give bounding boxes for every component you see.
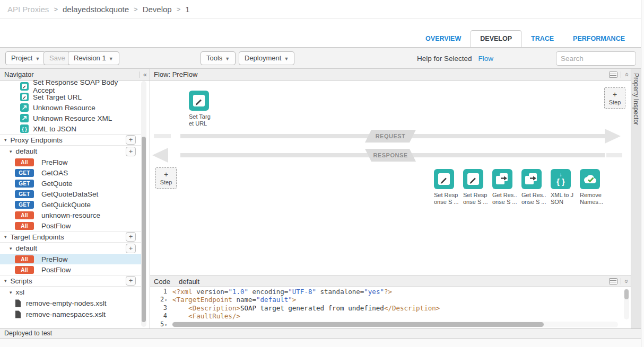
request-pipe-stub	[154, 134, 171, 138]
navigator-item-set-response-soap-body-accept[interactable]: Set Response SOAP Body Accept	[0, 81, 141, 92]
property-inspector-strip[interactable]: Property Inspector	[631, 69, 641, 328]
expand-caret-icon[interactable]: ▾	[10, 149, 12, 154]
fold-caret-icon[interactable]: ▾	[164, 298, 167, 302]
code-editor[interactable]: 1<?xml version="1.0" encoding="UTF-8" st…	[150, 288, 631, 328]
tab-develop[interactable]: DEVELOP	[471, 30, 521, 48]
code-horizontal-scrollbar[interactable]	[172, 322, 618, 327]
navigator-item-proxy-endpoints[interactable]: ▾Proxy Endpoints+	[0, 134, 141, 146]
item-label: Set Response SOAP Body Accept	[33, 78, 141, 94]
fold-caret-icon[interactable]: ▾	[164, 323, 167, 327]
save-button[interactable]: Save	[43, 51, 71, 65]
extract-variables-icon[interactable]	[521, 169, 542, 189]
tab-overview[interactable]: OVERVIEW	[416, 30, 471, 48]
flow-step-get-res-onse-s[interactable]: Get Res.. onse S ...	[492, 169, 512, 206]
assign-message-icon[interactable]	[463, 169, 483, 189]
navigator-item-postflow[interactable]: AllPostFlow	[0, 220, 141, 231]
navigator-item-getquote[interactable]: GETGetQuote	[0, 178, 141, 189]
add-step-button[interactable]: + Step	[155, 167, 177, 189]
navigator-item-xsl[interactable]: ▾xsl	[0, 287, 141, 298]
assign-message-icon[interactable]	[434, 169, 454, 189]
navigator-item-unknown-resource[interactable]: Allunknown-resource	[0, 210, 141, 220]
item-label: Target Endpoints	[11, 233, 64, 241]
assign-message-icon[interactable]	[189, 91, 209, 111]
method-badge: All	[15, 222, 34, 230]
expand-caret-icon[interactable]: ▾	[4, 278, 7, 283]
breadcrumb-proxy[interactable]: delayedstockquote	[63, 5, 129, 14]
navigator-item-default[interactable]: ▾default+	[0, 243, 141, 254]
flow-step-label: Set Resp onse S ...	[434, 192, 465, 206]
breadcrumb-develop[interactable]: Develop	[143, 5, 172, 14]
navigator-item-preflow[interactable]: AllPreFlow	[0, 157, 141, 167]
tab-performance[interactable]: PERFORMANCE	[563, 30, 634, 48]
navigator-item-target-endpoints[interactable]: ▾Target Endpoints+	[0, 231, 141, 243]
add-button[interactable]: +	[126, 147, 136, 156]
remove-namespaces-icon[interactable]	[580, 169, 600, 189]
expand-caret-icon[interactable]: ▾	[4, 137, 7, 143]
tab-trace[interactable]: TRACE	[521, 30, 563, 48]
scrollbar-thumb[interactable]	[624, 289, 629, 299]
navigator-item-getquotedataset[interactable]: GETGetQuoteDataSet	[0, 189, 141, 199]
resource-icon	[20, 114, 29, 122]
code-panel-title: Code	[154, 278, 170, 286]
collapse-panel-icon[interactable]: «	[143, 70, 147, 78]
panel-layout-icon[interactable]	[609, 278, 617, 284]
add-button[interactable]: +	[126, 276, 136, 286]
search-input[interactable]	[556, 51, 636, 66]
flow-step-set-target-url[interactable]: Set Targ et URL	[189, 91, 221, 127]
navigator-item-preflow[interactable]: AllPreFlow	[0, 254, 141, 264]
navigator-item-unknown-resource[interactable]: Unknown Resource	[0, 102, 141, 113]
navigator-item-remove-namespaces-xslt[interactable]: remove-namespaces.xslt	[0, 309, 141, 320]
code-line-4[interactable]: 4 <FaultRules/>	[150, 312, 631, 320]
tools-menu-button[interactable]: Tools▼	[201, 51, 236, 65]
flow-canvas: Set Targ et URL + Step REQUEST RESPONSE	[150, 81, 631, 275]
code-line-2[interactable]: 2▾<TargetEndpoint name="default">	[150, 296, 631, 304]
chevron-down-icon: ▼	[35, 56, 40, 61]
navigator-scrollbar[interactable]	[141, 81, 146, 327]
project-menu-button[interactable]: Project▼	[5, 51, 46, 65]
item-label: PreFlow	[41, 255, 68, 263]
navigator-item-xml-to-json[interactable]: { }XML to JSON	[0, 123, 141, 134]
flow-step-set-resp-onse-s[interactable]: Set Resp onse S ...	[434, 169, 454, 206]
help-flow-link[interactable]: Flow	[478, 55, 494, 63]
navigator-item-getquickquote[interactable]: GETGetQuickQuote	[0, 199, 141, 210]
xml-to-json-icon[interactable]: ↓{ }	[551, 169, 571, 189]
expand-caret-icon[interactable]: ▾	[4, 234, 7, 239]
code-text: <FaultRules/>	[169, 312, 240, 320]
navigator-item-unknown-resource-xml[interactable]: Unknown Resource XML	[0, 113, 141, 123]
extract-variables-icon[interactable]	[492, 169, 512, 189]
expand-caret-icon[interactable]: ▾	[10, 246, 12, 251]
flow-step-xml-to-j-son[interactable]: ↓{ }XML to J SON	[551, 169, 571, 206]
navigator-item-getoas[interactable]: GETGetOAS	[0, 167, 141, 178]
collapse-down-icon[interactable]: »	[623, 279, 629, 283]
line-number: 5▾	[150, 321, 169, 328]
code-vertical-scrollbar[interactable]	[624, 289, 629, 319]
navigator-item-default[interactable]: ▾default+	[0, 146, 141, 157]
collapse-up-icon[interactable]: »	[623, 73, 629, 76]
revision-menu-button[interactable]: Revision 1▼	[68, 51, 119, 65]
breadcrumb-root[interactable]: API Proxies	[7, 5, 49, 14]
navigator-item-scripts[interactable]: ▾Scripts+	[0, 275, 141, 287]
flow-step-remove-names[interactable]: Remove Names...	[580, 169, 600, 206]
request-arrow-icon	[605, 129, 621, 144]
navigator-item-postflow[interactable]: AllPostFlow	[0, 264, 141, 275]
scrollbar-thumb[interactable]	[172, 322, 544, 327]
code-line-1[interactable]: 1<?xml version="1.0" encoding="UTF-8" st…	[150, 288, 631, 296]
panel-layout-icon[interactable]	[609, 72, 617, 78]
expand-caret-icon[interactable]: ▾	[10, 290, 12, 295]
item-label: GetOAS	[41, 169, 68, 177]
breadcrumb-separator: >	[54, 5, 58, 13]
navigator-item-remove-empty-nodes-xslt[interactable]: remove-empty-nodes.xslt	[0, 298, 141, 309]
add-button[interactable]: +	[126, 244, 136, 253]
method-badge: GET	[15, 201, 34, 209]
add-button[interactable]: +	[126, 232, 136, 242]
add-step-button[interactable]: + Step	[604, 87, 625, 109]
deployment-status: Deployed to test	[4, 330, 52, 337]
breadcrumb-revision[interactable]: 1	[185, 5, 189, 14]
code-tab-default[interactable]: default	[179, 278, 199, 286]
flow-step-get-res-onse-s[interactable]: Get Res.. onse S ...	[521, 169, 542, 206]
flow-step-set-resp-onse-s[interactable]: Set Resp onse S ...	[463, 169, 483, 206]
scrollbar-thumb[interactable]	[142, 137, 146, 322]
code-line-3[interactable]: 3 <Description>SOAP target generated fro…	[150, 304, 631, 312]
deployment-menu-button[interactable]: Deployment▼	[239, 51, 294, 65]
add-button[interactable]: +	[126, 135, 136, 145]
